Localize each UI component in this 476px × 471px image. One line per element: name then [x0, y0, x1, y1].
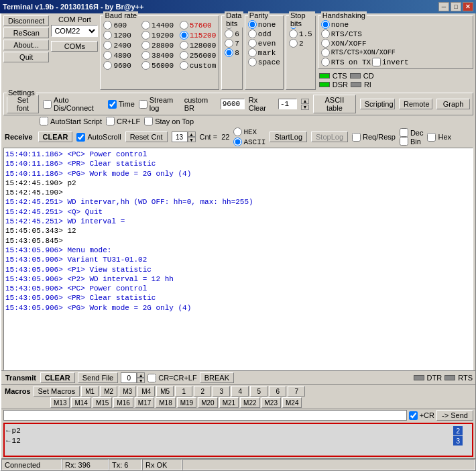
macro-m21[interactable]: M21 — [219, 397, 239, 408]
hex-radio[interactable] — [233, 127, 242, 136]
macro-m3[interactable]: M3 — [119, 386, 136, 397]
parity-space[interactable] — [248, 58, 257, 66]
send-file-button[interactable]: Send File — [78, 372, 118, 383]
macro-6[interactable]: 6 — [269, 386, 286, 397]
time-checkbox[interactable] — [108, 100, 117, 109]
receive-clear-button[interactable]: CLEAR — [38, 132, 73, 142]
ascii-table-button[interactable]: ASCII table — [313, 95, 356, 113]
macro-m24[interactable]: M24 — [282, 397, 302, 408]
macro-m1[interactable]: M1 — [81, 386, 99, 397]
hs-rtsontx[interactable] — [321, 58, 330, 66]
cnt-input[interactable] — [172, 132, 188, 142]
terminal-output[interactable]: 15:40:11.186> <PC> Power control15:40:11… — [3, 148, 473, 370]
bin-checkbox[interactable] — [400, 137, 408, 146]
hs-none[interactable] — [321, 20, 330, 29]
macro-m14[interactable]: M14 — [71, 397, 91, 408]
send-button[interactable]: -> Send — [436, 410, 473, 421]
macro-m15[interactable]: M15 — [93, 397, 112, 408]
about-button[interactable]: About... — [3, 40, 49, 50]
dec-checkbox[interactable] — [400, 128, 408, 137]
baud-28800[interactable] — [141, 41, 150, 50]
baud-9600[interactable] — [103, 61, 112, 70]
baud-19200[interactable] — [141, 31, 150, 40]
macro-5[interactable]: 5 — [250, 386, 267, 397]
macro-m19[interactable]: M19 — [177, 397, 196, 408]
macro-m5[interactable]: M5 — [156, 386, 174, 397]
ascii-radio[interactable] — [233, 138, 242, 146]
baud-128000[interactable] — [180, 41, 188, 50]
rx-clear-up[interactable]: ▲ — [301, 99, 309, 104]
crlf-checkbox[interactable] — [106, 117, 115, 125]
macro-7[interactable]: 7 — [288, 386, 305, 397]
stay-on-top-checkbox[interactable] — [144, 117, 153, 125]
start-log-button[interactable]: StartLog — [270, 132, 307, 142]
macro-1[interactable]: 1 — [175, 386, 192, 397]
history-input[interactable] — [121, 372, 137, 383]
history-down[interactable]: ▼ — [137, 378, 145, 383]
cnt-down[interactable]: ▼ — [188, 137, 196, 142]
macro-m4[interactable]: M4 — [137, 386, 155, 397]
baud-600[interactable] — [103, 21, 112, 30]
set-macros-button[interactable]: Set Macros — [34, 386, 80, 397]
rx-clear-down[interactable]: ▼ — [301, 105, 309, 110]
baud-57600[interactable] — [180, 21, 188, 30]
maximize-button[interactable]: □ — [451, 2, 461, 11]
rx-clear-input[interactable] — [278, 99, 297, 109]
hs-rtscts[interactable] — [321, 30, 330, 38]
minimize-button[interactable]: ─ — [438, 2, 449, 11]
custom-br-input[interactable] — [221, 99, 245, 109]
autoscroll-checkbox[interactable] — [76, 133, 85, 142]
baud-custom[interactable] — [180, 61, 188, 70]
quit-button[interactable]: Quit — [3, 52, 49, 62]
close-button[interactable]: ✕ — [463, 2, 473, 11]
baud-38400[interactable] — [141, 51, 150, 60]
graph-button[interactable]: Graph — [436, 99, 470, 109]
macro-3[interactable]: 3 — [213, 386, 230, 397]
parity-none[interactable] — [248, 20, 257, 29]
history-up[interactable]: ▲ — [137, 372, 145, 378]
baud-56000[interactable] — [141, 61, 150, 70]
baud-14400[interactable] — [141, 21, 150, 30]
transmit-clear-button[interactable]: CLEAR — [40, 372, 75, 383]
macro-m13[interactable]: M13 — [50, 397, 70, 408]
macro-m20[interactable]: M20 — [198, 397, 217, 408]
invert-checkbox[interactable] — [372, 58, 381, 66]
macro-m22[interactable]: M22 — [240, 397, 259, 408]
hs-xonxoff[interactable] — [321, 39, 330, 48]
break-button[interactable]: BREAK — [200, 372, 234, 383]
baud-2400[interactable] — [103, 41, 112, 50]
macro-m2[interactable]: M2 — [100, 386, 117, 397]
dbits-6[interactable] — [225, 30, 233, 38]
reset-cnt-button[interactable]: Reset Cnt — [125, 132, 168, 142]
remote-button[interactable]: Remote — [399, 99, 432, 109]
crcrlf-checkbox[interactable] — [147, 374, 156, 382]
req-resp-checkbox[interactable] — [352, 133, 361, 142]
baud-115200[interactable] — [180, 31, 188, 40]
sbits-2[interactable] — [289, 39, 298, 48]
disconnect-button[interactable]: Disconnect — [3, 15, 49, 26]
parity-odd[interactable] — [248, 30, 257, 38]
baud-1200[interactable] — [103, 31, 112, 40]
cnt-up[interactable]: ▲ — [188, 132, 196, 137]
baud-256000[interactable] — [180, 51, 188, 60]
parity-mark[interactable] — [248, 48, 257, 57]
com-port-select[interactable]: COM22 — [51, 25, 98, 37]
dbits-7[interactable] — [225, 39, 233, 48]
auto-start-checkbox[interactable] — [40, 117, 48, 125]
rescan-button[interactable]: ReScan — [3, 28, 49, 38]
macro-m18[interactable]: M18 — [156, 397, 175, 408]
hex-checkbox[interactable] — [427, 133, 436, 142]
macro-2[interactable]: 2 — [194, 386, 211, 397]
auto-dis-connect-checkbox[interactable] — [43, 100, 52, 109]
set-font-button[interactable]: Set font — [7, 95, 39, 113]
macro-4[interactable]: 4 — [231, 386, 249, 397]
stream-log-checkbox[interactable] — [139, 100, 147, 109]
hs-both[interactable] — [321, 48, 330, 57]
macro-m23[interactable]: M23 — [261, 397, 281, 408]
dbits-8[interactable] — [225, 48, 233, 57]
stop-log-button[interactable]: StopLog — [311, 132, 348, 142]
send-input[interactable] — [3, 410, 407, 421]
macro-m16[interactable]: M16 — [113, 397, 133, 408]
coms-button[interactable]: COMs — [51, 41, 98, 52]
parity-even[interactable] — [248, 39, 257, 48]
